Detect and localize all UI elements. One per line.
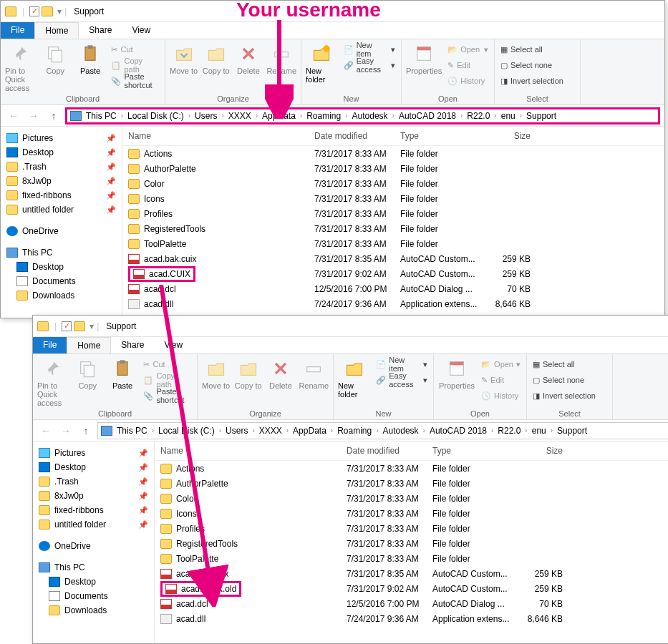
selectnone-button[interactable]: ▢Select none [531,373,597,387]
nav-quick-item[interactable]: Pictures📌 [36,446,151,460]
paste-button[interactable]: Paste [75,42,106,75]
properties-button[interactable]: Properties [406,42,442,75]
breadcrumb-segment[interactable]: Local Disk (C:) [127,111,184,121]
invert-button[interactable]: ◨Invert selection [531,389,597,403]
back-button[interactable]: ← [5,107,22,125]
file-row[interactable]: AuthorPalette7/31/2017 8:33 AMFile folde… [122,161,664,176]
tab-file[interactable]: File [1,22,34,39]
history-button[interactable]: 🕓History [480,389,522,403]
copy-button[interactable]: Copy [72,357,103,390]
breadcrumb-segment[interactable]: enu [532,426,546,436]
breadcrumb-segment[interactable]: AppData [293,426,326,436]
file-row[interactable]: acad.bak.cuix7/31/2017 8:35 AMAutoCAD Cu… [122,251,664,266]
forward-button[interactable]: → [57,422,74,439]
nav-thispc[interactable]: This PC [36,560,151,575]
pin-button[interactable]: Pin to Quick access [37,357,68,407]
newitem-button[interactable]: 📄New item▾ [374,357,429,371]
breadcrumb-segment[interactable]: AutoCAD 2018 [399,111,456,121]
qat-folder-icon[interactable] [42,6,53,16]
file-row[interactable]: Color7/31/2017 8:33 AMFile folder [122,176,664,191]
column-size[interactable]: Size [486,131,536,141]
titlebar[interactable]: | ✓ ▾ | Support [33,316,668,337]
nav-quick-item[interactable]: .Trash📌 [36,474,151,489]
copypath-button[interactable]: 📋Copy path [110,58,160,72]
tab-view[interactable]: View [122,22,160,39]
file-row[interactable]: acad.CUIX7/31/2017 9:02 AMAutoCAD Custom… [122,266,664,281]
nav-pc-item[interactable]: Downloads [4,288,119,303]
back-button[interactable]: ← [37,422,54,439]
open-button[interactable]: 📂Open▾ [446,42,490,57]
breadcrumb-segment[interactable]: Autodesk [352,111,388,121]
nav-pc-item[interactable]: Desktop [36,575,151,589]
breadcrumb[interactable]: This PC›Local Disk (C:)›Users›XXXX›AppDa… [65,107,660,125]
nav-quick-item[interactable]: .Trash📌 [4,160,119,174]
nav-quick-item[interactable]: Desktop📌 [4,145,119,160]
history-button[interactable]: 🕓History [446,74,490,88]
file-row[interactable]: acad.dll7/24/2017 9:36 AMApplication ext… [155,611,668,626]
nav-quick-item[interactable]: Desktop📌 [36,460,151,474]
column-type[interactable]: Type [432,446,518,456]
tab-file[interactable]: File [33,337,67,353]
tab-home[interactable]: Home [34,22,79,39]
forward-button[interactable]: → [25,107,42,125]
delete-button[interactable]: Delete [234,42,262,75]
file-row[interactable]: RegisteredTools7/31/2017 8:33 AMFile fol… [122,221,664,236]
file-row[interactable]: ToolPalette7/31/2017 8:33 AMFile folder [122,236,664,251]
file-row[interactable]: Icons7/31/2017 8:33 AMFile folder [122,191,664,206]
file-row[interactable]: Profiles7/31/2017 8:33 AMFile folder [122,206,664,221]
nav-quick-item[interactable]: untitled folder📌 [36,517,151,532]
nav-quick-item[interactable]: 8xJw0p📌 [36,489,151,503]
tab-share[interactable]: Share [79,22,122,39]
invert-button[interactable]: ◨Invert selection [499,74,565,88]
breadcrumb-segment[interactable]: Users [195,111,217,121]
selectall-button[interactable]: ▦Select all [531,357,597,371]
breadcrumb-segment[interactable]: R22.0 [498,426,521,436]
breadcrumb-segment[interactable]: This PC [86,111,117,121]
nav-quick-item[interactable]: fixed-ribbons📌 [4,188,119,203]
newfolder-button[interactable]: New folder [306,42,338,84]
properties-button[interactable]: Properties [438,357,475,390]
copy-button[interactable]: Copy [40,42,71,75]
easyaccess-button[interactable]: 🔗Easy access▾ [374,373,429,387]
nav-onedrive[interactable]: OneDrive [36,539,151,553]
nav-pc-item[interactable]: Downloads [36,603,151,618]
nav-pc-item[interactable]: Desktop [4,260,119,274]
breadcrumb-segment[interactable]: AutoCAD 2018 [430,426,487,436]
breadcrumb-segment[interactable]: XXXX [259,426,282,436]
breadcrumb-segment[interactable]: Roaming [337,426,372,436]
file-row[interactable]: Actions7/31/2017 8:33 AMFile folder [122,146,664,161]
paste-button[interactable]: Paste [107,357,138,390]
up-button[interactable]: ↑ [45,107,62,125]
column-size[interactable]: Size [518,446,568,456]
column-date[interactable]: Date modified [314,131,400,141]
edit-button[interactable]: ✎Edit [480,373,522,387]
nav-quick-item[interactable]: fixed-ribbons📌 [36,503,151,517]
tab-home[interactable]: Home [67,337,111,353]
breadcrumb-segment[interactable]: This PC [117,426,147,436]
up-button[interactable]: ↑ [77,422,95,439]
breadcrumb-segment[interactable]: R22.0 [467,111,490,121]
selectnone-button[interactable]: ▢Select none [499,58,565,72]
pin-button[interactable]: Pin to Quick access [5,42,36,92]
qat-properties-icon[interactable]: ✓ [29,6,39,16]
pasteshortcut-button[interactable]: 📎Paste shortcut [110,74,160,88]
qat-properties-icon[interactable]: ✓ [62,321,72,331]
nav-quick-item[interactable]: untitled folder📌 [4,203,119,217]
column-name[interactable]: Name [128,131,314,141]
newfolder-button[interactable]: New folder [338,357,370,399]
breadcrumb-segment[interactable]: Autodesk [383,426,419,436]
breadcrumb-segment[interactable]: XXXX [228,111,251,121]
copyto-button[interactable]: Copy to [202,42,230,75]
breadcrumb-segment[interactable]: Support [557,426,587,436]
nav-quick-item[interactable]: Pictures📌 [4,131,119,145]
breadcrumb-segment[interactable]: Roaming [306,111,341,121]
nav-pc-item[interactable]: Documents [4,274,119,288]
nav-quick-item[interactable]: 8xJw0p📌 [4,174,119,188]
breadcrumb-segment[interactable]: enu [501,111,515,121]
column-date[interactable]: Date modified [347,446,432,456]
nav-thispc[interactable]: This PC [4,245,119,260]
qat-folder-icon[interactable] [74,321,85,331]
newitem-button[interactable]: 📄New item▾ [342,42,397,57]
column-type[interactable]: Type [400,131,486,141]
edit-button[interactable]: ✎Edit [446,58,490,72]
